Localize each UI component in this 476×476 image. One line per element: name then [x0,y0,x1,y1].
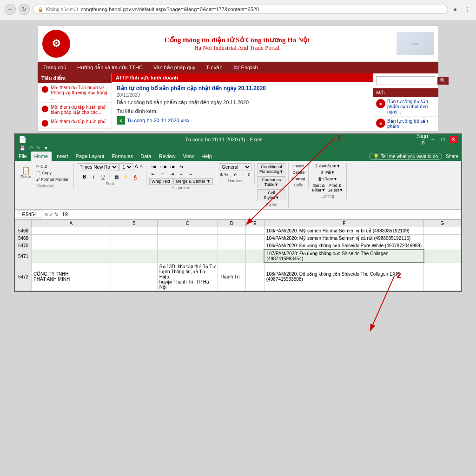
col-header-e[interactable]: E [245,220,264,227]
cell-f5470[interactable]: 106/PAM/2020: Đồ uống không cồn Shiseido… [264,242,423,250]
align-left-button[interactable]: ⇤ [149,171,158,177]
cell-g5469[interactable] [424,235,461,242]
row-num-5470[interactable]: 5470 [15,242,32,250]
cell-e5469[interactable] [245,235,264,242]
cell-d5468[interactable] [218,227,245,235]
extensions-icon[interactable]: ● [451,5,459,13]
left-col-item-2[interactable]: ⬤ Mời tham dự tập huấn phổ biến pháp luậ… [38,103,112,117]
wrap-text-button[interactable]: ⇆ [177,163,185,170]
delete-cells-button[interactable]: Delete [291,170,306,175]
find-select-button[interactable]: Find &Select▼ [327,183,344,193]
format-table-button[interactable]: Format asTable▼ [258,176,285,188]
cell-b5471[interactable] [111,250,157,263]
align-bottom-button[interactable]: ↓■ [168,163,176,170]
copy-button[interactable]: 📋 Copy [34,170,71,176]
paste-button[interactable]: 📋 Paste [19,165,33,180]
tab-home[interactable]: Home [31,152,52,161]
cell-g5470[interactable] [424,242,461,250]
nav-huongdan[interactable]: Hướng dẫn và tra cứu TTHC [75,64,145,72]
cell-a5471[interactable] [32,250,111,263]
cell-e5468[interactable] [245,227,264,235]
border-button[interactable]: ▦ [112,173,121,180]
insert-function-icon[interactable]: fx [54,212,59,218]
font-name-select[interactable]: Times New Rom [77,163,119,171]
col-header-g[interactable]: G [424,220,461,227]
cell-e5471[interactable] [245,250,264,263]
cell-g5471[interactable] [424,250,461,263]
cell-c5470[interactable] [157,242,218,250]
clear-button[interactable]: 🗑 Clear▼ [315,176,341,182]
close-button[interactable]: ✕ [449,136,457,143]
share-button[interactable]: Share [446,154,458,159]
cancel-formula-icon[interactable]: ✕ [44,212,48,218]
settings-icon[interactable]: ⋮ [463,5,471,13]
cell-a5468[interactable] [32,227,111,235]
col-header-a[interactable]: A [32,220,111,227]
cell-g5472[interactable] [424,263,461,291]
col-header-c[interactable]: C [157,220,218,227]
formula-input[interactable] [60,211,459,218]
maximize-button[interactable]: □ [439,136,447,143]
format-cells-button[interactable]: Format [291,176,306,182]
cell-reference-box[interactable] [17,211,42,218]
cell-c5469[interactable] [157,235,218,242]
refresh-button[interactable]: ↻ [19,4,30,15]
address-bar[interactable]: 🔒 Không bảo mật congthuong.hanoi.gov.vn/… [33,5,448,14]
back-button[interactable]: ← [5,4,16,15]
cell-c5468[interactable] [157,227,218,235]
align-middle-button[interactable]: ↔■ [159,163,167,170]
indent-dec-button[interactable]: ← [177,171,185,177]
qa-more[interactable]: ▼ [43,145,49,151]
tab-formulas[interactable]: Formulas [108,152,137,161]
tell-me-box[interactable]: 💡 Tell me what you want to do [369,153,442,160]
increase-font-icon[interactable]: A [134,163,139,171]
percent-button[interactable]: % [224,172,229,178]
tab-help[interactable]: Help [198,152,216,161]
cell-a5470[interactable] [32,242,111,250]
cell-g5468[interactable] [424,227,461,235]
left-col-item-1[interactable]: ⬤ Mời tham dự Tập huấn về Phòng vệ thươn… [38,83,112,103]
tab-view[interactable]: View [179,152,198,161]
tab-insert[interactable]: Insert [52,152,72,161]
cell-b5472[interactable] [111,263,157,291]
number-format-select[interactable]: General [219,163,251,171]
new-item-1[interactable]: ■ Bản tự công bố sản phẩm cập nhật đến n… [373,97,438,117]
cell-c5471[interactable] [157,250,218,263]
qa-save[interactable]: 💾 [19,145,26,151]
confirm-formula-icon[interactable]: ✓ [49,212,53,218]
search-input[interactable] [377,77,437,85]
cell-b5470[interactable] [111,242,157,250]
cell-d5471[interactable] [218,250,245,263]
nav-english[interactable]: 🇬🇧 English [231,64,260,72]
align-center-button[interactable]: ≡ [159,171,167,177]
bold-button[interactable]: B [80,173,89,180]
fill-button[interactable]: ⬇ Fill▼ [315,170,341,175]
cell-d5472[interactable]: Thanh Trì [218,263,245,291]
font-size-select[interactable]: 13 [119,163,133,171]
align-right-button[interactable]: ⇥ [168,171,176,177]
cell-d5469[interactable] [218,235,245,242]
fill-color-button[interactable]: A [122,173,130,180]
attachment-link[interactable]: X Tu cong bo 20.11.2020.xlsx [117,116,368,125]
cell-b5469[interactable] [111,235,157,242]
underline-button[interactable]: U [99,173,107,180]
signin-button[interactable]: Sign in [418,136,427,143]
cell-f5468[interactable]: 103/PAM/2020: Mỹ somen Harima Seimen vị … [264,227,423,235]
nav-vanbanhap[interactable]: Văn bản pháp quy [152,64,197,72]
cell-c5472[interactable]: Số 13D, khu tập thể Bộ TưLệnh Thông tin,… [157,263,218,291]
tab-file[interactable]: File [15,152,31,161]
nav-trangchu[interactable]: Trang chủ [41,64,68,72]
cell-b5468[interactable] [111,227,157,235]
cell-f5472[interactable]: 108/PAM/2020: Đồ uống không cồn Shiseido… [264,263,423,291]
dec-increase-button[interactable]: .0→ [232,172,241,178]
tab-page-layout[interactable]: Page Layout [72,152,108,161]
font-color-button[interactable]: A [131,173,139,180]
nav-tuvan[interactable]: Tư vấn [204,64,224,72]
autosum-button[interactable]: ∑ AutoSum▼ [315,163,341,169]
decrease-font-icon[interactable]: A [139,163,143,171]
cond-format-button[interactable]: ConditionalFormatting▼ [258,163,285,175]
italic-button[interactable]: I [90,173,98,180]
col-header-b[interactable]: B [111,220,157,227]
cut-button[interactable]: ✂ Cut [34,163,71,170]
cell-a5472[interactable]: CÔNG TY TNHHPHÁT ANH MINH [32,263,111,291]
